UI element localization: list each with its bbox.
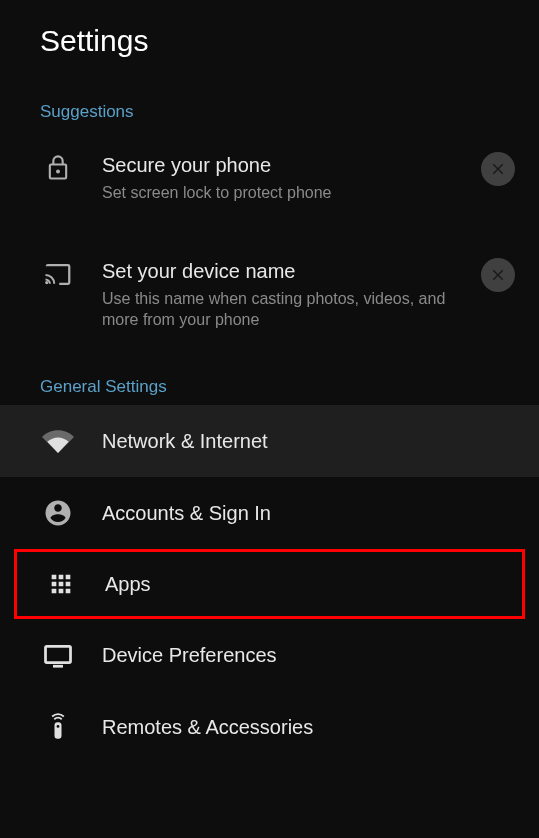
menu-item-text: Remotes & Accessories bbox=[102, 714, 515, 740]
menu-item-text: Device Preferences bbox=[102, 642, 515, 668]
section-header-general: General Settings bbox=[0, 353, 539, 405]
menu-item-device-prefs[interactable]: Device Preferences bbox=[0, 619, 539, 691]
account-icon bbox=[40, 498, 76, 528]
suggestion-text: Secure your phone Set screen lock to pro… bbox=[102, 152, 469, 204]
page-title: Settings bbox=[40, 24, 499, 58]
menu-item-text: Apps bbox=[105, 571, 512, 597]
close-icon bbox=[489, 160, 507, 178]
menu-item-network[interactable]: Network & Internet bbox=[0, 405, 539, 477]
suggestion-secure-phone[interactable]: Secure your phone Set screen lock to pro… bbox=[0, 130, 539, 226]
suggestion-device-name[interactable]: Set your device name Use this name when … bbox=[0, 236, 539, 353]
wifi-icon bbox=[40, 425, 76, 457]
menu-item-accounts[interactable]: Accounts & Sign In bbox=[0, 477, 539, 549]
suggestion-subtitle: Set screen lock to protect phone bbox=[102, 182, 469, 204]
suggestion-text: Set your device name Use this name when … bbox=[102, 258, 469, 331]
svg-point-4 bbox=[57, 725, 60, 728]
menu-item-title: Accounts & Sign In bbox=[102, 500, 515, 526]
tv-icon bbox=[40, 640, 76, 670]
menu-item-title: Remotes & Accessories bbox=[102, 714, 515, 740]
close-icon bbox=[489, 266, 507, 284]
svg-point-1 bbox=[45, 280, 48, 283]
menu-item-title: Device Preferences bbox=[102, 642, 515, 668]
suggestion-title: Secure your phone bbox=[102, 152, 469, 178]
highlight-annotation: Apps bbox=[14, 549, 525, 619]
dismiss-button[interactable] bbox=[481, 152, 515, 186]
menu-item-text: Network & Internet bbox=[102, 428, 515, 454]
menu-item-apps[interactable]: Apps bbox=[17, 552, 522, 616]
menu-item-text: Accounts & Sign In bbox=[102, 500, 515, 526]
suggestion-title: Set your device name bbox=[102, 258, 469, 284]
menu-item-title: Network & Internet bbox=[102, 428, 515, 454]
suggestion-subtitle: Use this name when casting photos, video… bbox=[102, 288, 469, 331]
apps-icon bbox=[43, 570, 79, 598]
lock-icon bbox=[40, 154, 76, 182]
svg-point-0 bbox=[56, 170, 60, 174]
header: Settings bbox=[0, 0, 539, 78]
svg-rect-3 bbox=[55, 722, 62, 738]
remote-icon bbox=[40, 713, 76, 741]
section-header-suggestions: Suggestions bbox=[0, 78, 539, 130]
menu-item-remotes[interactable]: Remotes & Accessories bbox=[0, 691, 539, 763]
dismiss-button[interactable] bbox=[481, 258, 515, 292]
cast-icon bbox=[40, 260, 76, 290]
menu-item-title: Apps bbox=[105, 571, 512, 597]
